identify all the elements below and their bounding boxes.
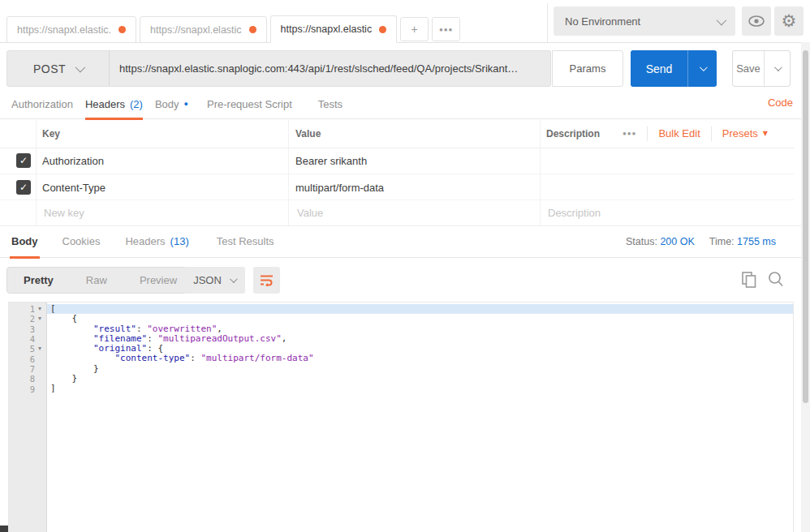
response-tab-headers[interactable]: Headers (13): [125, 225, 188, 258]
tab-body[interactable]: Body ●: [155, 89, 188, 119]
line-number: 9: [30, 384, 35, 394]
save-options-button[interactable]: [764, 51, 790, 86]
unsaved-dot-icon: [379, 26, 386, 33]
tab-label: Tests: [318, 98, 343, 110]
status-value: 200 OK: [660, 236, 694, 247]
tab-authorization[interactable]: Authorization: [11, 89, 73, 119]
open-tabs-menu-button[interactable]: ●●●: [432, 17, 460, 41]
table-header-controls: ●●● Bulk Edit Presets ▼: [623, 119, 768, 148]
search-icon: [768, 271, 784, 288]
row-checkbox[interactable]: ✓: [16, 153, 31, 168]
settings-button[interactable]: ⚙: [774, 6, 804, 36]
fold-toggle-icon[interactable]: ▾: [35, 306, 45, 312]
check-icon: ✓: [19, 182, 28, 193]
params-button[interactable]: Params: [552, 50, 623, 87]
topbar-divider: [547, 3, 548, 42]
new-tab-button[interactable]: +: [400, 17, 429, 41]
view-pretty[interactable]: Pretty: [7, 268, 70, 293]
header-value-cell[interactable]: Bearer srikanth: [295, 155, 367, 167]
request-tab-2[interactable]: https://snapxl.elastic: [140, 16, 267, 43]
send-options-button[interactable]: [687, 50, 717, 87]
time-label: Time:: [709, 236, 735, 247]
tab-label: Pre-request Script: [207, 98, 292, 110]
environment-selected-label: No Environment: [565, 15, 640, 28]
request-tab-label: https://snapxl.elastic: [281, 24, 373, 35]
environment-selector[interactable]: No Environment: [554, 6, 735, 36]
gutter-line: 3: [9, 324, 46, 334]
table-new-row: [0, 200, 794, 225]
bulk-edit-link[interactable]: Bulk Edit: [658, 127, 700, 139]
gutter-line: 7: [9, 364, 46, 374]
line-number: 6: [30, 354, 35, 364]
format-selector[interactable]: JSON: [183, 267, 245, 294]
new-description-input[interactable]: [546, 206, 760, 220]
plus-icon: +: [411, 23, 418, 36]
editor-gutter: 1▾2▾345▾6789: [9, 302, 47, 532]
environment-quicklook-button[interactable]: [742, 6, 771, 36]
chevron-down-icon: [75, 62, 86, 73]
save-label: Save: [736, 62, 760, 75]
gutter-line: 8: [9, 374, 46, 384]
headers-count-badge: (2): [130, 98, 143, 110]
copy-response-button[interactable]: [741, 271, 757, 292]
tab-headers[interactable]: Headers (2): [85, 89, 143, 119]
row-checkbox[interactable]: ✓: [16, 180, 31, 195]
gutter-line: 1▾: [9, 304, 46, 314]
send-label: Send: [646, 62, 673, 75]
response-tab-cookies[interactable]: Cookies: [62, 225, 101, 258]
view-raw[interactable]: Raw: [70, 268, 123, 293]
presets-label: Presets: [722, 127, 758, 139]
caret-down-icon: ▼: [763, 130, 768, 137]
eye-icon: [748, 15, 765, 28]
url-input[interactable]: [110, 51, 550, 86]
headers-table: Key Value Description ●●● Bulk Edit Pres…: [0, 119, 802, 226]
save-button[interactable]: Save: [733, 51, 764, 86]
code-line: [: [47, 304, 793, 314]
gutter-line: 6: [9, 354, 46, 363]
statusbar-corner: [0, 526, 8, 532]
gear-icon: ⚙: [782, 13, 797, 30]
gutter-line: 9: [9, 384, 46, 393]
code-line: ]: [47, 384, 793, 393]
chevron-down-icon: [700, 63, 708, 71]
search-response-button[interactable]: [768, 271, 784, 291]
column-header-value: Value: [295, 128, 321, 139]
code-link[interactable]: Code: [768, 97, 793, 109]
header-key-cell[interactable]: Content-Type: [42, 182, 106, 194]
request-tabs-strip: https://snapxl.elastic. https://snapxl.e…: [6, 15, 460, 43]
request-tab-1[interactable]: https://snapxl.elastic.: [6, 16, 136, 43]
response-body-editor[interactable]: 1▾2▾345▾6789 [ { "result": "overwritten"…: [8, 302, 794, 532]
chevron-down-icon: [717, 15, 727, 25]
new-key-input[interactable]: [42, 206, 256, 220]
method-selector[interactable]: POST: [7, 51, 110, 86]
request-tab-3-active[interactable]: https://snapxl.elastic: [270, 15, 398, 43]
tab-label: Headers: [125, 235, 165, 247]
column-header-key: Key: [42, 128, 60, 139]
new-value-input[interactable]: [295, 206, 510, 220]
request-editor-tabs: Authorization Headers (2) Body ● Pre-req…: [0, 89, 802, 119]
response-toolbar: Pretty Raw Preview JSON: [0, 258, 802, 302]
response-tab-body[interactable]: Body: [11, 225, 38, 258]
table-row: ✓ Content-Type multipart/form-data: [0, 174, 794, 200]
tab-label: Test Results: [217, 235, 274, 247]
response-tab-test-results[interactable]: Test Results: [217, 225, 274, 258]
fold-toggle-icon[interactable]: ▾: [35, 315, 45, 322]
view-label: Pretty: [24, 274, 54, 286]
tab-pre-request-script[interactable]: Pre-request Script: [207, 89, 292, 119]
wrap-text-button[interactable]: [253, 267, 280, 294]
line-number: 3: [30, 324, 35, 334]
presets-dropdown[interactable]: Presets ▼: [722, 127, 768, 139]
tab-tests[interactable]: Tests: [318, 89, 343, 119]
send-button[interactable]: Send: [631, 50, 687, 87]
divider: [711, 127, 712, 141]
url-builder: POST: [6, 50, 551, 87]
header-value-cell[interactable]: multipart/form-data: [295, 182, 384, 194]
editor-code: [ { "result": "overwritten", "filename":…: [47, 302, 793, 532]
tab-label: Headers: [85, 98, 125, 110]
header-key-cell[interactable]: Authorization: [42, 155, 104, 167]
more-options-icon[interactable]: ●●●: [623, 130, 637, 137]
response-tabs: Body Cookies Headers (13) Test Results S…: [0, 225, 802, 258]
code-line: "content-type": "multipart/form-data": [47, 354, 793, 363]
scrollbar-thumb[interactable]: [803, 50, 808, 403]
fold-toggle-icon[interactable]: ▾: [35, 345, 45, 352]
